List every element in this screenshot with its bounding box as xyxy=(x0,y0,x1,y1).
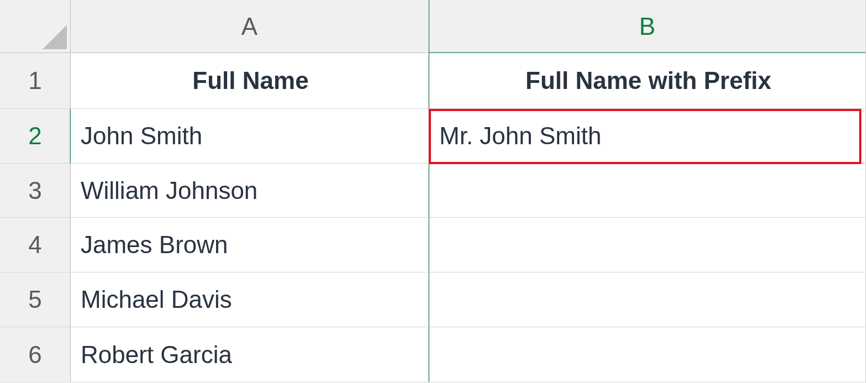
cell-B2[interactable]: Mr. John Smith xyxy=(429,109,866,164)
row-header-2[interactable]: 2 xyxy=(0,109,71,164)
row-header-label: 3 xyxy=(28,177,41,204)
cell-A4[interactable]: James Brown xyxy=(71,218,429,272)
cell-A1[interactable]: Full Name xyxy=(71,53,429,109)
cell-value: Robert Garcia xyxy=(81,341,232,369)
column-header-label: A xyxy=(241,13,257,40)
cell-value: Mr. John Smith xyxy=(439,122,601,150)
cell-A3[interactable]: William Johnson xyxy=(71,164,429,218)
column-header-A[interactable]: A xyxy=(71,0,429,53)
column-header-B[interactable]: B xyxy=(429,0,866,53)
cell-A5[interactable]: Michael Davis xyxy=(71,272,429,327)
cell-value: John Smith xyxy=(81,122,202,150)
cell-B1[interactable]: Full Name with Prefix xyxy=(429,53,866,109)
cell-value: Michael Davis xyxy=(81,286,232,313)
row-header-label: 5 xyxy=(28,286,41,313)
cell-A6[interactable]: Robert Garcia xyxy=(71,327,429,382)
cell-B5[interactable] xyxy=(429,272,866,327)
row-header-4[interactable]: 4 xyxy=(0,218,71,272)
cell-B3[interactable] xyxy=(429,164,866,218)
row-header-label: 1 xyxy=(28,67,41,95)
row-header-1[interactable]: 1 xyxy=(0,53,71,109)
column-header-label: B xyxy=(639,13,655,40)
cell-value: Full Name with Prefix xyxy=(439,67,858,95)
row-header-3[interactable]: 3 xyxy=(0,164,71,218)
select-all-triangle-icon xyxy=(43,25,67,49)
cell-A2[interactable]: John Smith xyxy=(71,109,429,164)
cell-value: Full Name xyxy=(81,67,420,95)
select-all-corner[interactable] xyxy=(0,0,71,53)
cell-B4[interactable] xyxy=(429,218,866,272)
cell-value: James Brown xyxy=(81,231,228,259)
spreadsheet-grid: A B 1 Full Name Full Name with Prefix 2 … xyxy=(0,0,868,383)
row-header-6[interactable]: 6 xyxy=(0,327,71,382)
row-header-label: 4 xyxy=(28,231,41,259)
row-header-label: 6 xyxy=(28,341,41,369)
cell-value: William Johnson xyxy=(81,177,257,204)
cell-B6[interactable] xyxy=(429,327,866,382)
row-header-label: 2 xyxy=(28,122,41,150)
row-header-5[interactable]: 5 xyxy=(0,272,71,327)
